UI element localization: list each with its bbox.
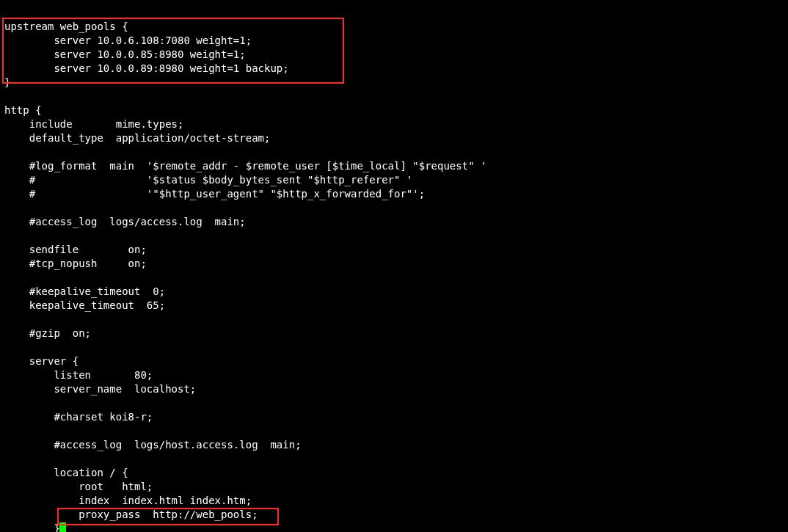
code-line: server_name localhost; bbox=[4, 383, 196, 395]
code-line: # '$status $body_bytes_sent "$http_refer… bbox=[4, 174, 412, 186]
code-line: #keepalive_timeout 0; bbox=[4, 285, 165, 297]
code-line: proxy_pass http://web_pools; bbox=[4, 509, 258, 520]
code-line: server 10.0.0.85:8980 weight=1; bbox=[4, 48, 246, 60]
code-line: #charset koi8-r; bbox=[4, 411, 153, 423]
code-line: listen 80; bbox=[4, 369, 153, 381]
code-line: upstream web_pools { bbox=[4, 21, 128, 32]
code-line: } bbox=[4, 76, 10, 88]
code-line: #tcp_nopush on; bbox=[4, 258, 147, 269]
code-line: keepalive_timeout 65; bbox=[4, 299, 165, 311]
code-line: root html; bbox=[4, 481, 153, 492]
code-line: http { bbox=[4, 104, 42, 116]
code-text: } bbox=[4, 522, 60, 532]
code-line: #access_log logs/host.access.log main; bbox=[4, 439, 302, 451]
code-line: server 10.0.6.108:7080 weight=1; bbox=[4, 34, 252, 46]
code-line: #gzip on; bbox=[4, 327, 91, 339]
code-line: server 10.0.0.89:8980 weight=1 backup; bbox=[4, 62, 289, 74]
code-line: sendfile on; bbox=[4, 244, 147, 255]
code-line: include mime.types; bbox=[4, 118, 183, 130]
code-line: location / { bbox=[4, 467, 128, 478]
terminal-cursor bbox=[59, 522, 66, 532]
code-line: #access_log logs/access.log main; bbox=[4, 216, 246, 227]
code-line: #log_format main '$remote_addr - $remote… bbox=[4, 160, 486, 172]
code-line: default_type application/octet-stream; bbox=[4, 132, 270, 144]
code-line: index index.html index.htm; bbox=[4, 495, 252, 506]
config-text: upstream web_pools { server 10.0.6.108:7… bbox=[4, 6, 788, 532]
code-line: server { bbox=[4, 355, 79, 367]
code-line: # '"$http_user_agent" "$http_x_forwarded… bbox=[4, 188, 425, 200]
code-line-with-cursor: } bbox=[4, 522, 66, 532]
